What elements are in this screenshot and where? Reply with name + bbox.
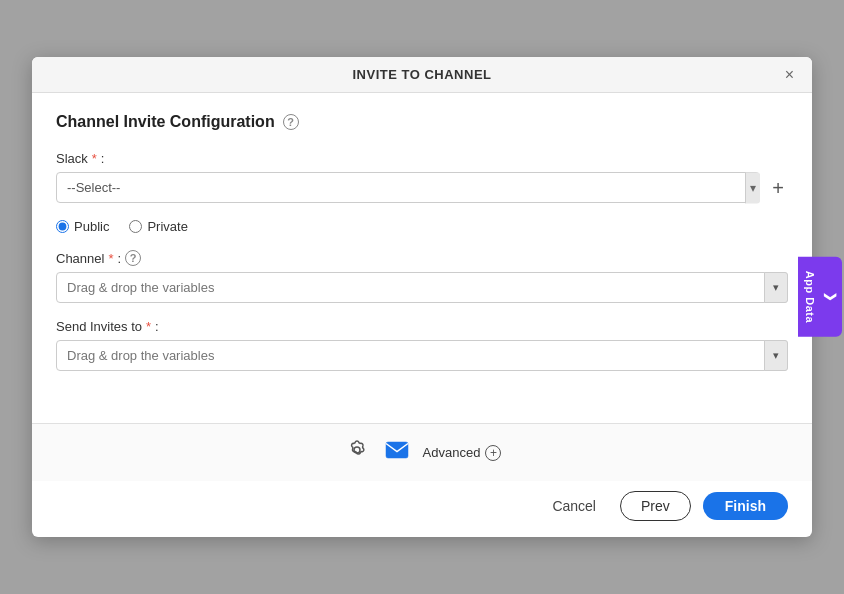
prev-button[interactable]: Prev — [620, 491, 691, 521]
channel-required-star: * — [108, 251, 113, 266]
send-invites-dropdown-arrow[interactable]: ▾ — [764, 340, 788, 371]
private-radio-label[interactable]: Private — [129, 219, 187, 234]
close-button[interactable]: × — [779, 64, 800, 86]
slack-label: Slack * : — [56, 151, 788, 166]
email-icon — [385, 441, 409, 459]
public-radio-label[interactable]: Public — [56, 219, 109, 234]
gear-icon — [347, 440, 367, 460]
slack-add-button[interactable]: + — [768, 178, 788, 198]
send-invites-drag-drop-wrapper: ▾ — [56, 340, 788, 371]
advanced-button[interactable]: Advanced + — [423, 445, 502, 461]
public-radio[interactable] — [56, 220, 69, 233]
channel-drag-drop-wrapper: ▾ — [56, 272, 788, 303]
gear-icon-button[interactable] — [343, 436, 371, 469]
modal-header: INVITE TO CHANNEL × — [32, 57, 812, 93]
app-data-label: App Data — [804, 271, 816, 323]
slack-select-row: --Select-- ▾ + — [56, 172, 788, 203]
channel-field-group: Channel * : ? ▾ — [56, 250, 788, 303]
section-title-container: Channel Invite Configuration ? — [56, 113, 788, 131]
channel-label: Channel * : ? — [56, 250, 788, 266]
finish-button[interactable]: Finish — [703, 492, 788, 520]
send-invites-label: Send Invites to * : — [56, 319, 788, 334]
slack-select[interactable]: --Select-- — [56, 172, 760, 203]
slack-required-star: * — [92, 151, 97, 166]
channel-help-icon[interactable]: ? — [125, 250, 141, 266]
footer-bar: Advanced + — [32, 423, 812, 481]
app-data-tab[interactable]: ❮ App Data — [798, 257, 842, 337]
slack-field-group: Slack * : --Select-- ▾ + — [56, 151, 788, 203]
private-radio[interactable] — [129, 220, 142, 233]
modal-actions: Cancel Prev Finish — [32, 481, 812, 537]
modal-title: INVITE TO CHANNEL — [353, 67, 492, 82]
advanced-label: Advanced — [423, 445, 481, 460]
email-icon-button[interactable] — [381, 437, 413, 468]
send-invites-required-star: * — [146, 319, 151, 334]
help-icon[interactable]: ? — [283, 114, 299, 130]
advanced-plus-icon: + — [485, 445, 501, 461]
cancel-button[interactable]: Cancel — [540, 492, 608, 520]
send-invites-input[interactable] — [56, 340, 788, 371]
section-title-text: Channel Invite Configuration — [56, 113, 275, 131]
svg-rect-0 — [386, 442, 408, 458]
slack-select-wrapper: --Select-- ▾ — [56, 172, 760, 203]
app-data-chevron-icon: ❮ — [822, 292, 836, 303]
channel-dropdown-arrow[interactable]: ▾ — [764, 272, 788, 303]
modal-container: INVITE TO CHANNEL × Channel Invite Confi… — [32, 57, 812, 537]
send-invites-field-group: Send Invites to * : ▾ — [56, 319, 788, 371]
modal-overlay: INVITE TO CHANNEL × Channel Invite Confi… — [0, 0, 844, 594]
radio-group: Public Private — [56, 219, 788, 234]
modal-body: Channel Invite Configuration ? Slack * :… — [32, 93, 812, 423]
channel-input[interactable] — [56, 272, 788, 303]
